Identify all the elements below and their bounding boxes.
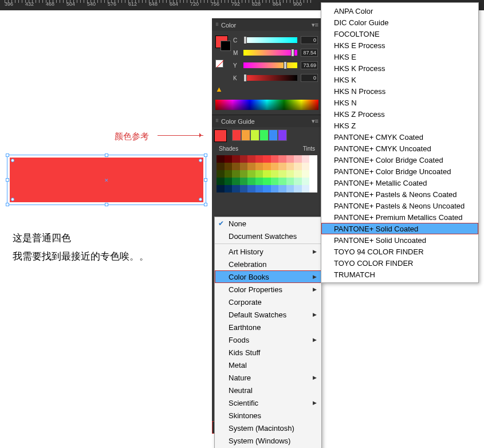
color-swatch[interactable]: [240, 155, 248, 163]
slider-knob-icon[interactable]: [284, 61, 287, 69]
color-swatch[interactable]: [225, 170, 233, 178]
color-swatch[interactable]: [247, 155, 255, 163]
menu-item[interactable]: PANTONE+ CMYK Coated: [321, 131, 478, 143]
color-slider[interactable]: [243, 75, 297, 81]
none-swatch-icon[interactable]: [215, 60, 223, 68]
color-swatch[interactable]: [232, 170, 240, 178]
resize-handle-icon[interactable]: [105, 154, 108, 157]
rotate-handle-icon[interactable]: [11, 198, 14, 201]
color-slider[interactable]: [243, 50, 297, 56]
color-swatch[interactable]: [232, 178, 240, 185]
color-swatch[interactable]: [278, 185, 286, 192]
color-swatch[interactable]: [240, 170, 248, 178]
menu-item[interactable]: DIC Color Guide: [321, 17, 478, 28]
menu-item[interactable]: PANTONE+ Solid Uncoated: [321, 234, 478, 246]
menu-item[interactable]: System (Macintosh): [215, 422, 321, 434]
fill-stroke-swatch[interactable]: [215, 36, 228, 48]
color-swatch[interactable]: [271, 185, 279, 192]
channel-value-field[interactable]: 87.54: [301, 49, 318, 57]
canvas[interactable]: ✕ 颜色参考 这是普通四色 我需要找到最接近的专色唉。。: [0, 10, 212, 448]
color-swatch[interactable]: [309, 163, 317, 170]
menu-item[interactable]: Nature▶: [215, 371, 321, 384]
color-swatch[interactable]: [302, 170, 310, 178]
color-swatch[interactable]: [247, 170, 255, 178]
color-swatch[interactable]: [240, 178, 248, 185]
menu-item[interactable]: Earthtone: [215, 321, 321, 333]
color-swatch[interactable]: [294, 163, 302, 170]
color-swatch[interactable]: [286, 178, 294, 185]
panel-grip-icon[interactable]: ⠿: [215, 119, 219, 124]
color-swatch[interactable]: [294, 185, 302, 192]
harmony-swatch[interactable]: [250, 129, 259, 141]
color-swatch[interactable]: [302, 163, 310, 170]
resize-handle-icon[interactable]: [204, 154, 207, 157]
color-swatch[interactable]: [263, 178, 271, 185]
color-swatch[interactable]: [271, 170, 279, 178]
menu-item[interactable]: Kids Stuff: [215, 346, 321, 359]
color-swatch[interactable]: [225, 155, 233, 163]
color-swatch[interactable]: [309, 155, 317, 163]
color-swatch[interactable]: [217, 185, 225, 192]
color-slider[interactable]: [243, 37, 297, 43]
menu-item[interactable]: PANTONE+ CMYK Uncoated: [321, 143, 478, 154]
color-swatch[interactable]: [217, 163, 225, 170]
color-swatch[interactable]: [225, 185, 233, 192]
menu-item[interactable]: HKS N: [321, 97, 478, 108]
color-swatch[interactable]: [302, 185, 310, 192]
out-of-gamut-icon[interactable]: ▲: [215, 85, 223, 93]
menu-item[interactable]: Celebration: [215, 258, 321, 270]
resize-handle-icon[interactable]: [204, 203, 207, 206]
color-swatch[interactable]: [278, 155, 286, 163]
color-swatch[interactable]: [232, 185, 240, 192]
color-swatch[interactable]: [255, 178, 263, 185]
resize-handle-icon[interactable]: [6, 203, 9, 206]
color-swatch[interactable]: [232, 163, 240, 170]
color-swatch[interactable]: [286, 170, 294, 178]
color-swatch[interactable]: [271, 155, 279, 163]
color-swatch[interactable]: [263, 155, 271, 163]
resize-handle-icon[interactable]: [6, 154, 9, 157]
menu-item[interactable]: TOYO COLOR FINDER: [321, 257, 478, 269]
slider-knob-icon[interactable]: [243, 74, 247, 82]
color-swatch[interactable]: [263, 163, 271, 170]
menu-item[interactable]: Document Swatches: [215, 230, 321, 242]
menu-item[interactable]: TRUMATCH: [321, 269, 478, 280]
color-swatch[interactable]: [232, 155, 240, 163]
color-swatch[interactable]: [286, 185, 294, 192]
slider-knob-icon[interactable]: [243, 36, 247, 44]
menu-item[interactable]: System (Windows): [215, 434, 321, 447]
color-swatch[interactable]: [294, 170, 302, 178]
color-swatch[interactable]: [217, 170, 225, 178]
resize-handle-icon[interactable]: [204, 178, 207, 182]
menu-item[interactable]: Neutral: [215, 384, 321, 396]
resize-handle-icon[interactable]: [105, 203, 108, 206]
menu-item[interactable]: PANTONE+ Color Bridge Coated: [321, 154, 478, 166]
menu-item[interactable]: HKS Z: [321, 120, 478, 131]
menu-item[interactable]: PANTONE+ Pastels & Neons Coated: [321, 188, 478, 200]
menu-item[interactable]: FOCOLTONE: [321, 28, 478, 40]
color-swatch[interactable]: [302, 155, 310, 163]
channel-value-field[interactable]: 0: [301, 36, 318, 44]
color-swatch[interactable]: [294, 178, 302, 185]
color-swatch[interactable]: [263, 170, 271, 178]
menu-item[interactable]: HKS N Process: [321, 85, 478, 97]
menu-item[interactable]: Metal: [215, 359, 321, 371]
color-swatch[interactable]: [247, 185, 255, 192]
base-color-swatch[interactable]: [214, 129, 227, 142]
color-slider[interactable]: [243, 62, 297, 68]
menu-item[interactable]: PANTONE+ Premium Metallics Coated: [321, 211, 478, 223]
menu-item[interactable]: HKS K: [321, 74, 478, 85]
menu-item[interactable]: Color Properties▶: [215, 283, 321, 296]
menu-item[interactable]: Skintones: [215, 409, 321, 422]
color-swatch[interactable]: [240, 185, 248, 192]
color-guide-header[interactable]: ⠿ Color Guide ▾≡: [212, 115, 322, 127]
channel-value-field[interactable]: 0: [301, 74, 318, 82]
menu-item[interactable]: ANPA Color: [321, 5, 478, 17]
panel-grip-icon[interactable]: ⠿: [215, 22, 219, 27]
menu-item[interactable]: PANTONE+ Pastels & Neons Uncoated: [321, 200, 478, 211]
panel-menu-icon[interactable]: ▾≡: [312, 21, 318, 29]
color-swatch[interactable]: [294, 155, 302, 163]
rotate-handle-icon[interactable]: [199, 159, 202, 162]
rotate-handle-icon[interactable]: [199, 198, 202, 201]
color-swatch[interactable]: [263, 185, 271, 192]
